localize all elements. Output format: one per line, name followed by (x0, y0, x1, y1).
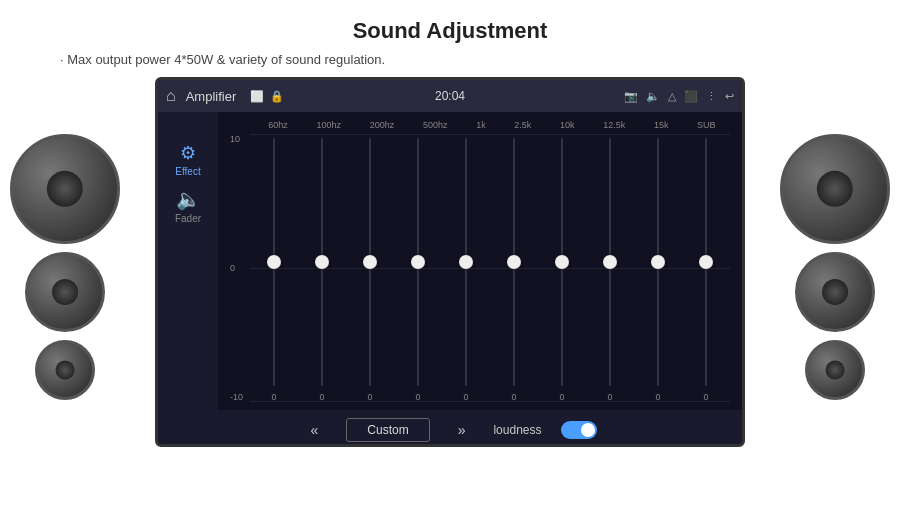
y-axis: 10 0 -10 (226, 134, 250, 402)
eq-sidebar: ⚙ Effect 🔈 Fader (158, 112, 218, 410)
app-title: Amplifier (186, 89, 237, 104)
eq-track-7[interactable] (609, 138, 611, 386)
eq-band-6[interactable]: 0 (538, 134, 586, 402)
status-time: 20:04 (435, 89, 465, 103)
effect-label: Effect (175, 166, 200, 177)
menu-icon[interactable]: ⋮ (706, 90, 717, 103)
triangle-icon: △ (668, 90, 676, 103)
camera-icon: 📷 (624, 90, 638, 103)
freq-1k: 1k (476, 120, 486, 130)
eq-track-0[interactable] (273, 138, 275, 386)
eq-knob-0[interactable] (267, 255, 281, 269)
eq-knob-1[interactable] (315, 255, 329, 269)
freq-2-5k: 2.5k (514, 120, 531, 130)
speaker-right-small (805, 340, 865, 400)
eq-track-9[interactable] (705, 138, 707, 386)
speaker-right-large (780, 134, 890, 244)
window-icon: ⬛ (684, 90, 698, 103)
eq-band-3[interactable]: 0 (394, 134, 442, 402)
freq-labels: 60hz 100hz 200hz 500hz 1k 2.5k 10k 12.5k… (226, 120, 730, 134)
eq-band-9[interactable]: 0 (682, 134, 730, 402)
band-value-3: 0 (415, 392, 420, 402)
screenshot-icon: ⬜ (250, 90, 264, 103)
speaker-left-large (10, 134, 120, 244)
y-label-neg10: -10 (230, 392, 246, 402)
eq-knob-7[interactable] (603, 255, 617, 269)
freq-60hz: 60hz (268, 120, 288, 130)
loudness-toggle[interactable] (561, 421, 597, 439)
speaker-left-medium (25, 252, 105, 332)
page-subtitle: · Max output power 4*50W & variety of so… (0, 52, 900, 77)
eq-main: 60hz 100hz 200hz 500hz 1k 2.5k 10k 12.5k… (218, 112, 742, 410)
band-value-5: 0 (511, 392, 516, 402)
freq-10k: 10k (560, 120, 575, 130)
back-icon[interactable]: ↩ (725, 90, 734, 103)
band-value-9: 0 (703, 392, 708, 402)
speaker-left-small (35, 340, 95, 400)
y-label-10: 10 (230, 134, 246, 144)
eq-band-5[interactable]: 0 (490, 134, 538, 402)
home-icon[interactable]: ⌂ (166, 87, 176, 105)
eq-track-3[interactable] (417, 138, 419, 386)
eq-knob-9[interactable] (699, 255, 713, 269)
band-value-1: 0 (319, 392, 324, 402)
eq-band-0[interactable]: 0 (250, 134, 298, 402)
sliders-area: 0 0 0 (250, 134, 730, 402)
eq-track-6[interactable] (561, 138, 563, 386)
loudness-label: loudness (493, 423, 541, 437)
freq-100hz: 100hz (317, 120, 342, 130)
eq-band-7[interactable]: 0 (586, 134, 634, 402)
eq-knob-3[interactable] (411, 255, 425, 269)
eq-track-2[interactable] (369, 138, 371, 386)
eq-knob-8[interactable] (651, 255, 665, 269)
eq-knob-2[interactable] (363, 255, 377, 269)
band-value-6: 0 (559, 392, 564, 402)
freq-12-5k: 12.5k (603, 120, 625, 130)
fader-label: Fader (175, 213, 201, 224)
custom-button[interactable]: Custom (346, 418, 429, 442)
freq-500hz: 500hz (423, 120, 448, 130)
top-bar: ⌂ Amplifier ⬜ 🔒 20:04 📷 🔈 △ ⬛ ⋮ ↩ (158, 80, 742, 112)
eq-band-4[interactable]: 0 (442, 134, 490, 402)
prev-button[interactable]: « (303, 418, 327, 442)
lock-icon: 🔒 (270, 90, 284, 103)
eq-track-8[interactable] (657, 138, 659, 386)
eq-band-1[interactable]: 0 (298, 134, 346, 402)
speaker-right-medium (795, 252, 875, 332)
eq-track-1[interactable] (321, 138, 323, 386)
toggle-knob (581, 423, 595, 437)
freq-15k: 15k (654, 120, 669, 130)
band-value-8: 0 (655, 392, 660, 402)
equalizer-icon: ⚙ (180, 142, 196, 164)
eq-knob-5[interactable] (507, 255, 521, 269)
top-bar-right: 📷 🔈 △ ⬛ ⋮ ↩ (624, 90, 734, 103)
eq-knob-4[interactable] (459, 255, 473, 269)
effect-button[interactable]: ⚙ Effect (175, 142, 200, 177)
device-screen: ⌂ Amplifier ⬜ 🔒 20:04 📷 🔈 △ ⬛ ⋮ ↩ ⚙ Effe… (155, 77, 745, 447)
speakers-right (770, 134, 900, 400)
next-button[interactable]: » (450, 418, 474, 442)
band-value-2: 0 (367, 392, 372, 402)
band-value-0: 0 (271, 392, 276, 402)
eq-track-5[interactable] (513, 138, 515, 386)
speaker-icon: 🔈 (176, 187, 201, 211)
band-value-7: 0 (607, 392, 612, 402)
band-value-4: 0 (463, 392, 468, 402)
freq-sub: SUB (697, 120, 716, 130)
fader-button[interactable]: 🔈 Fader (175, 187, 201, 224)
eq-container: ⚙ Effect 🔈 Fader 60hz 100hz 200hz 500hz … (158, 112, 742, 410)
bottom-controls: « Custom » loudness (158, 410, 742, 447)
eq-track-4[interactable] (465, 138, 467, 386)
eq-knob-6[interactable] (555, 255, 569, 269)
volume-icon: 🔈 (646, 90, 660, 103)
freq-200hz: 200hz (370, 120, 395, 130)
page-title: Sound Adjustment (0, 0, 900, 52)
y-label-0: 0 (230, 263, 246, 273)
speakers-left (0, 134, 130, 400)
eq-band-8[interactable]: 0 (634, 134, 682, 402)
eq-band-2[interactable]: 0 (346, 134, 394, 402)
eq-grid: 10 0 -10 (226, 134, 730, 402)
